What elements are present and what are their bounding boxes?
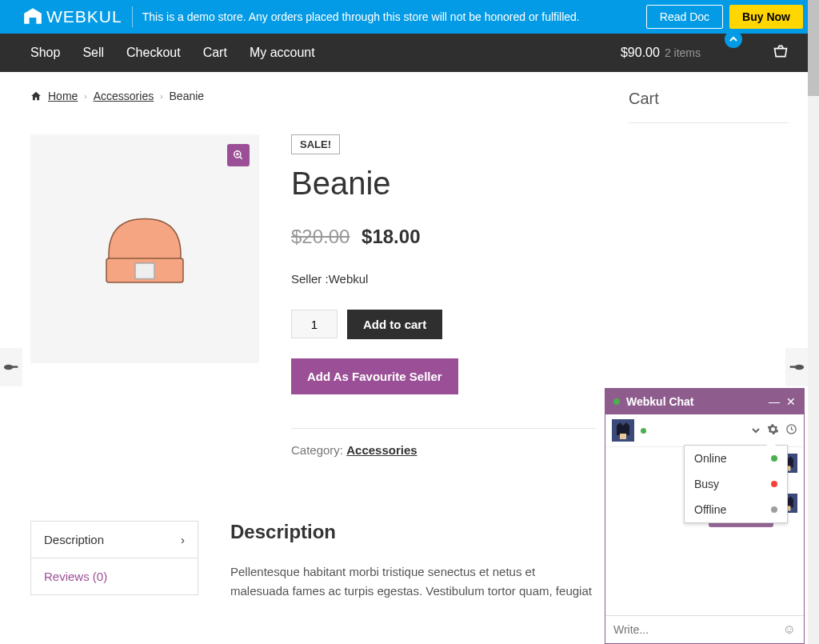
emoji-icon[interactable]: ☺ [783,622,796,637]
tab-description[interactable]: Description › [30,521,198,558]
chat-title: Webkul Chat [626,395,762,408]
breadcrumb-home[interactable]: Home [48,90,78,102]
status-online[interactable]: Online [685,446,787,471]
zoom-icon[interactable] [227,144,250,166]
prev-product-button[interactable] [0,348,22,386]
chat-widget: Webkul Chat — ✕ Hello 2020-02-14 1 [605,388,805,644]
price: $20.00 $18.00 [291,226,597,248]
product-image[interactable] [30,134,259,363]
clock-icon[interactable] [785,423,797,438]
next-product-button[interactable] [785,348,808,386]
description-heading: Description [230,521,597,543]
main-navigation: Shop Sell Checkout Cart My account $90.0… [0,34,819,72]
read-doc-button[interactable]: Read Doc [646,5,723,29]
breadcrumb: Home › Accessories › Beanie [30,90,597,102]
chat-input[interactable] [613,623,783,636]
tab-reviews[interactable]: Reviews (0) [30,558,198,595]
chat-user-avatar[interactable] [612,419,634,442]
svg-rect-8 [620,434,626,439]
product-title: Beanie [291,166,597,202]
old-price: $20.00 [291,226,350,247]
notice-text: This is a demo store. Any orders placed … [142,10,638,23]
add-favourite-seller-button[interactable]: Add As Favourite Seller [291,358,458,394]
status-busy[interactable]: Busy [685,471,787,497]
chevron-right-icon: › [181,533,185,546]
buy-now-button[interactable]: Buy Now [729,5,803,29]
home-icon [30,90,42,102]
svg-point-3 [4,365,14,370]
chat-close-icon[interactable]: ✕ [786,395,796,408]
cart-item-count: 2 items [665,46,701,59]
breadcrumb-current: Beanie [170,90,205,102]
status-dropdown: Online Busy Offline [684,445,788,523]
chat-status-dot-icon [613,398,620,405]
status-offline[interactable]: Offline [685,497,787,522]
notice-bar: WEBKUL This is a demo store. Any orders … [0,0,819,34]
nav-cart[interactable]: Cart [203,46,227,60]
sale-badge: SALE! [291,134,340,154]
nav-shop[interactable]: Shop [30,46,60,60]
svg-rect-2 [135,263,154,279]
chat-input-row: ☺ [605,615,804,643]
chevron-down-icon[interactable] [751,424,761,438]
nav-checkout[interactable]: Checkout [126,46,181,60]
chat-presence-dot-icon [641,428,646,434]
dot-red-icon [771,481,777,487]
dot-gray-icon [771,506,777,513]
quantity-input[interactable] [291,310,338,338]
seller-info: Seller :Webkul [291,272,597,286]
chat-minimize-icon[interactable]: — [769,395,780,408]
svg-rect-6 [790,366,797,368]
breadcrumb-category[interactable]: Accessories [94,90,154,102]
page-scrollbar[interactable] [808,0,819,644]
category-link[interactable]: Accessories [346,443,417,457]
category-line: Category: Accessories [291,443,597,457]
basket-icon[interactable] [773,44,789,62]
gear-icon[interactable] [767,423,779,438]
svg-rect-4 [12,366,18,368]
add-to-cart-button[interactable]: Add to cart [347,310,442,339]
description-text: Pellentesque habitant morbi tristique se… [230,562,597,601]
dot-green-icon [771,455,777,462]
svg-point-5 [795,365,805,370]
nav-sell[interactable]: Sell [82,46,104,60]
sidebar-cart-title: Cart [629,90,789,108]
cart-total[interactable]: $90.00 [621,46,660,60]
brand-logo: WEBKUL [22,6,122,27]
chat-header[interactable]: Webkul Chat — ✕ [605,389,804,414]
nav-account[interactable]: My account [250,46,315,60]
new-price: $18.00 [362,226,420,247]
collapse-notice-icon[interactable] [725,30,742,48]
